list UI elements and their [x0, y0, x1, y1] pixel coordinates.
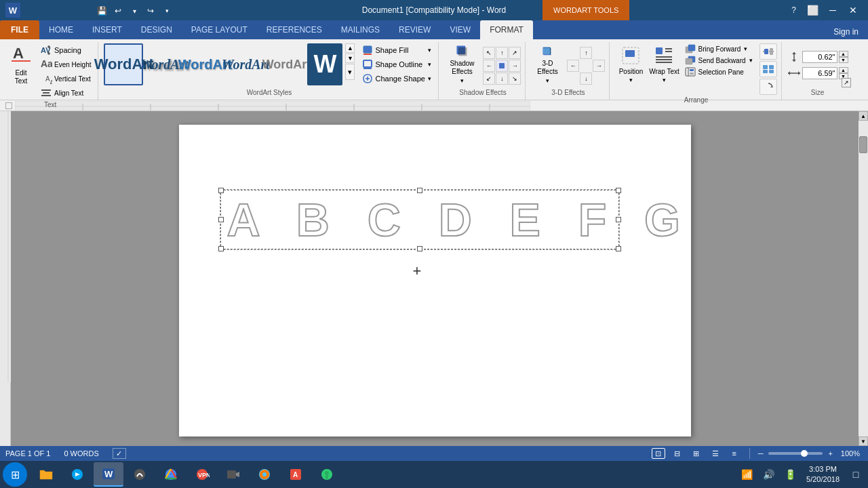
shadow-dir-l[interactable]: ← — [483, 60, 495, 72]
scroll-down-button[interactable]: ▼ — [859, 436, 868, 446]
spacing-button[interactable]: AV Spacing — [37, 43, 94, 57]
taskbar-clock[interactable]: 3:03 PM 5/20/2018 — [802, 463, 844, 487]
bring-forward-button[interactable]: Bring Forward ▾ — [683, 43, 754, 54]
taskbar-media-player[interactable] — [62, 462, 92, 487]
taskbar-joystick[interactable] — [312, 462, 342, 487]
customize-qa-button[interactable]: ▾ — [160, 4, 174, 18]
shadow-effects-button[interactable]: ShadowEffects ▾ — [444, 43, 479, 84]
handle-top-right[interactable] — [616, 188, 621, 193]
wordart-scroll-down[interactable]: ▼ — [345, 54, 355, 63]
selection-pane-button[interactable]: Selection Pane — [683, 66, 754, 77]
taskbar-sound[interactable]: 🔊 — [759, 465, 778, 484]
3d-dir-t[interactable]: ↑ — [580, 47, 592, 59]
shadow-dir-tl[interactable]: ↖ — [483, 47, 495, 59]
wordart-style-6[interactable]: W — [307, 43, 342, 85]
tab-format[interactable]: FORMAT — [480, 20, 533, 39]
shadow-dir-b[interactable]: ↓ — [496, 73, 508, 85]
wordart-style-5[interactable]: WordArt — [267, 43, 306, 85]
height-spin-down[interactable]: ▼ — [839, 57, 848, 63]
outline-button[interactable]: ☰ — [709, 448, 722, 459]
rotate-button[interactable] — [760, 79, 777, 95]
page-info[interactable]: PAGE 1 OF 1 — [5, 449, 50, 458]
shadow-dir-tr[interactable]: ↗ — [509, 47, 521, 59]
taskbar-battery[interactable]: 🔋 — [781, 465, 800, 484]
handle-bottom-right[interactable] — [616, 246, 621, 251]
wordart-style-1[interactable]: WordArt — [104, 43, 143, 85]
size-dialog-launcher[interactable]: ↗ — [842, 78, 851, 87]
handle-middle-right[interactable] — [616, 217, 621, 222]
taskbar-action-center[interactable]: □ — [846, 465, 865, 484]
zoom-slider[interactable] — [768, 452, 823, 455]
taskbar-video[interactable] — [218, 462, 248, 487]
proofing-icon[interactable]: ✓ — [113, 448, 126, 459]
handle-middle-left[interactable] — [218, 217, 224, 222]
change-shape-button[interactable]: Change Shape ▾ — [359, 72, 434, 85]
tab-references[interactable]: REFERENCES — [257, 20, 332, 39]
close-button[interactable]: ✕ — [844, 3, 863, 17]
wordart-style-3[interactable]: WordArt — [185, 43, 224, 85]
zoom-out-button[interactable]: ─ — [758, 449, 764, 458]
sign-in-button[interactable]: Sign in — [824, 24, 868, 39]
scroll-track[interactable] — [859, 121, 868, 436]
align-text-button[interactable]: Align Text — [37, 86, 94, 100]
start-button[interactable]: ⊞ — [3, 462, 27, 487]
height-spin-up[interactable]: ▲ — [839, 51, 848, 57]
shape-fill-button[interactable]: Shape Fill ▾ — [359, 43, 434, 57]
shape-outline-button[interactable]: Shape Outline ▾ — [359, 58, 434, 71]
tab-home[interactable]: HOME — [39, 20, 83, 39]
redo-button[interactable]: ↪ — [144, 4, 157, 18]
taskbar-explorer[interactable] — [31, 462, 61, 487]
handle-top-middle[interactable] — [417, 188, 422, 193]
scroll-thumb[interactable] — [859, 136, 867, 153]
align-button[interactable] — [760, 43, 777, 60]
restore-button[interactable]: ⬜ — [803, 3, 822, 17]
taskbar-paint[interactable] — [125, 462, 155, 487]
wordart-object[interactable]: A B C D E F G + — [220, 189, 620, 250]
zoom-thumb[interactable] — [801, 450, 808, 457]
taskbar-network[interactable]: 📶 — [737, 465, 756, 484]
taskbar-acrobat[interactable]: A — [281, 462, 311, 487]
vertical-text-button[interactable]: A A Vertical Text — [37, 72, 94, 85]
edit-text-button[interactable]: A EditText — [7, 43, 35, 84]
tab-review[interactable]: REVIEW — [389, 20, 440, 39]
taskbar-vpn[interactable]: VPN — [187, 462, 217, 487]
save-button[interactable]: 💾 — [95, 4, 108, 18]
full-reading-button[interactable]: ⊟ — [671, 448, 684, 459]
tab-mailings[interactable]: MAILINGS — [332, 20, 389, 39]
web-layout-button[interactable]: ⊞ — [690, 448, 703, 459]
wordart-scroll-up[interactable]: ▲ — [345, 43, 355, 53]
taskbar-chrome[interactable] — [156, 462, 186, 487]
tab-file[interactable]: FILE — [0, 20, 39, 39]
3d-dir-l[interactable]: ← — [567, 60, 579, 72]
position-button[interactable]: Position ▾ — [615, 43, 646, 84]
handle-top-left[interactable] — [218, 188, 224, 193]
taskbar-firefox[interactable] — [250, 462, 279, 487]
3d-dir-r[interactable]: → — [593, 60, 605, 72]
zoom-in-button[interactable]: + — [828, 449, 832, 458]
even-height-button[interactable]: Aa Even Height — [37, 58, 94, 71]
shadow-dir-center[interactable] — [496, 60, 508, 72]
3d-effects-button[interactable]: 3-DEffects ▾ — [531, 43, 564, 84]
tab-insert[interactable]: INSERT — [83, 20, 132, 39]
tab-page-layout[interactable]: PAGE LAYOUT — [182, 20, 257, 39]
wordart-scroll-expand[interactable]: ▾ — [345, 64, 355, 80]
print-layout-button[interactable]: ⊡ — [652, 448, 665, 459]
tab-design[interactable]: DESIGN — [132, 20, 182, 39]
3d-dir-b[interactable]: ↓ — [580, 73, 592, 85]
height-input[interactable] — [802, 51, 837, 63]
shadow-dir-br[interactable]: ↘ — [509, 73, 521, 85]
send-backward-button[interactable]: Send Backward ▾ — [683, 55, 754, 66]
shadow-dir-r[interactable]: → — [509, 60, 521, 72]
shadow-dir-bl[interactable]: ↙ — [483, 73, 495, 85]
undo-arrow[interactable]: ▾ — [127, 4, 141, 18]
group-button[interactable] — [760, 61, 777, 77]
draft-button[interactable]: ≡ — [728, 448, 741, 459]
word-count[interactable]: 0 WORDS — [64, 449, 98, 458]
handle-bottom-left[interactable] — [218, 246, 224, 251]
undo-button[interactable]: ↩ — [111, 4, 125, 18]
minimize-button[interactable]: ─ — [823, 3, 842, 17]
handle-bottom-middle[interactable] — [417, 246, 422, 251]
document-scroll-area[interactable]: A B C D E F G + — [11, 111, 859, 446]
width-input[interactable] — [802, 67, 837, 79]
wrap-text-button[interactable]: Wrap Text ▾ — [648, 43, 679, 84]
